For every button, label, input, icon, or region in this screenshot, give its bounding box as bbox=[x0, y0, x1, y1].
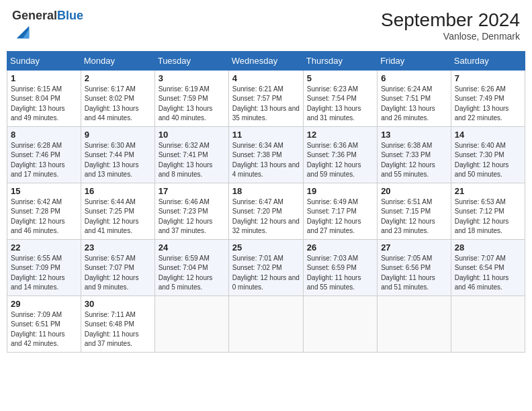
table-cell: 3Sunrise: 6:19 AMSunset: 7:59 PMDaylight… bbox=[154, 70, 228, 126]
table-cell: 25Sunrise: 7:01 AMSunset: 7:02 PMDayligh… bbox=[228, 239, 303, 295]
day-info: Sunrise: 6:21 AMSunset: 7:57 PMDaylight:… bbox=[232, 85, 300, 124]
table-cell: 7Sunrise: 6:26 AMSunset: 7:49 PMDaylight… bbox=[451, 70, 525, 126]
table-cell: 26Sunrise: 7:03 AMSunset: 6:59 PMDayligh… bbox=[303, 239, 377, 295]
day-number: 1 bbox=[11, 73, 77, 83]
logo: GeneralBlue bbox=[12, 9, 83, 44]
table-cell bbox=[378, 295, 451, 352]
table-cell: 1Sunrise: 6:15 AMSunset: 8:04 PMDaylight… bbox=[7, 70, 81, 126]
calendar-header-row: Sunday Monday Tuesday Wednesday Thursday… bbox=[7, 51, 525, 70]
day-number: 6 bbox=[381, 73, 447, 83]
day-info: Sunrise: 6:19 AMSunset: 7:59 PMDaylight:… bbox=[159, 85, 225, 124]
table-cell: 11Sunrise: 6:34 AMSunset: 7:38 PMDayligh… bbox=[228, 126, 303, 183]
table-cell bbox=[303, 295, 377, 352]
col-tuesday: Tuesday bbox=[154, 51, 228, 70]
table-cell: 22Sunrise: 6:55 AMSunset: 7:09 PMDayligh… bbox=[7, 239, 81, 295]
day-info: Sunrise: 7:05 AMSunset: 6:56 PMDaylight:… bbox=[381, 254, 447, 293]
table-cell: 18Sunrise: 6:47 AMSunset: 7:20 PMDayligh… bbox=[228, 183, 303, 239]
day-number: 20 bbox=[381, 186, 447, 196]
day-info: Sunrise: 6:42 AMSunset: 7:28 PMDaylight:… bbox=[11, 197, 77, 236]
day-number: 13 bbox=[381, 130, 447, 140]
day-info: Sunrise: 6:49 AMSunset: 7:17 PMDaylight:… bbox=[307, 197, 373, 236]
day-info: Sunrise: 6:36 AMSunset: 7:36 PMDaylight:… bbox=[307, 141, 373, 180]
day-info: Sunrise: 6:44 AMSunset: 7:25 PMDaylight:… bbox=[85, 197, 151, 236]
col-wednesday: Wednesday bbox=[228, 51, 303, 70]
day-number: 28 bbox=[455, 242, 521, 253]
day-number: 15 bbox=[11, 186, 77, 196]
table-cell: 9Sunrise: 6:30 AMSunset: 7:44 PMDaylight… bbox=[81, 126, 154, 183]
title-block: September 2024 Vanlose, Denmark bbox=[381, 9, 520, 42]
day-number: 18 bbox=[232, 186, 300, 196]
day-info: Sunrise: 6:30 AMSunset: 7:44 PMDaylight:… bbox=[85, 141, 151, 180]
day-number: 22 bbox=[11, 242, 77, 253]
table-cell: 21Sunrise: 6:53 AMSunset: 7:12 PMDayligh… bbox=[451, 183, 525, 239]
day-number: 5 bbox=[307, 73, 373, 83]
location: Vanlose, Denmark bbox=[381, 31, 520, 42]
col-thursday: Thursday bbox=[303, 51, 377, 70]
table-cell bbox=[451, 295, 525, 352]
day-info: Sunrise: 7:07 AMSunset: 6:54 PMDaylight:… bbox=[455, 254, 521, 293]
day-info: Sunrise: 6:24 AMSunset: 7:51 PMDaylight:… bbox=[381, 85, 447, 124]
day-number: 4 bbox=[232, 73, 300, 83]
table-cell: 4Sunrise: 6:21 AMSunset: 7:57 PMDaylight… bbox=[228, 70, 303, 126]
day-info: Sunrise: 7:01 AMSunset: 7:02 PMDaylight:… bbox=[232, 254, 300, 293]
day-number: 29 bbox=[11, 299, 77, 309]
table-cell: 20Sunrise: 6:51 AMSunset: 7:15 PMDayligh… bbox=[378, 183, 451, 239]
table-cell: 24Sunrise: 6:59 AMSunset: 7:04 PMDayligh… bbox=[154, 239, 228, 295]
col-saturday: Saturday bbox=[451, 51, 525, 70]
day-info: Sunrise: 6:55 AMSunset: 7:09 PMDaylight:… bbox=[11, 254, 77, 293]
table-cell: 6Sunrise: 6:24 AMSunset: 7:51 PMDaylight… bbox=[378, 70, 451, 126]
day-number: 17 bbox=[159, 186, 225, 196]
table-cell: 2Sunrise: 6:17 AMSunset: 8:02 PMDaylight… bbox=[81, 70, 154, 126]
day-number: 19 bbox=[307, 186, 373, 196]
day-info: Sunrise: 6:23 AMSunset: 7:54 PMDaylight:… bbox=[307, 85, 373, 124]
day-number: 10 bbox=[159, 130, 225, 140]
day-number: 2 bbox=[85, 73, 151, 83]
day-info: Sunrise: 6:53 AMSunset: 7:12 PMDaylight:… bbox=[455, 197, 521, 236]
table-cell: 16Sunrise: 6:44 AMSunset: 7:25 PMDayligh… bbox=[81, 183, 154, 239]
day-number: 30 bbox=[85, 299, 151, 309]
day-info: Sunrise: 6:32 AMSunset: 7:41 PMDaylight:… bbox=[159, 141, 225, 180]
table-cell: 29Sunrise: 7:09 AMSunset: 6:51 PMDayligh… bbox=[7, 295, 81, 352]
day-number: 12 bbox=[307, 130, 373, 140]
table-cell: 17Sunrise: 6:46 AMSunset: 7:23 PMDayligh… bbox=[154, 183, 228, 239]
day-info: Sunrise: 6:46 AMSunset: 7:23 PMDaylight:… bbox=[159, 197, 225, 236]
col-sunday: Sunday bbox=[7, 51, 81, 70]
day-number: 14 bbox=[455, 130, 521, 140]
logo-blue-text: Blue bbox=[57, 9, 83, 22]
table-cell: 28Sunrise: 7:07 AMSunset: 6:54 PMDayligh… bbox=[451, 239, 525, 295]
day-number: 26 bbox=[307, 242, 373, 253]
day-info: Sunrise: 7:03 AMSunset: 6:59 PMDaylight:… bbox=[307, 254, 373, 293]
day-number: 27 bbox=[381, 242, 447, 253]
day-number: 3 bbox=[159, 73, 225, 83]
day-info: Sunrise: 6:59 AMSunset: 7:04 PMDaylight:… bbox=[159, 254, 225, 293]
day-number: 8 bbox=[11, 130, 77, 140]
month-title: September 2024 bbox=[381, 9, 520, 31]
day-info: Sunrise: 6:34 AMSunset: 7:38 PMDaylight:… bbox=[232, 141, 300, 180]
day-info: Sunrise: 6:51 AMSunset: 7:15 PMDaylight:… bbox=[381, 197, 447, 236]
table-cell: 30Sunrise: 7:11 AMSunset: 6:48 PMDayligh… bbox=[81, 295, 154, 352]
day-info: Sunrise: 7:11 AMSunset: 6:48 PMDaylight:… bbox=[85, 310, 151, 349]
table-cell: 14Sunrise: 6:40 AMSunset: 7:30 PMDayligh… bbox=[451, 126, 525, 183]
day-info: Sunrise: 6:40 AMSunset: 7:30 PMDaylight:… bbox=[455, 141, 521, 180]
day-info: Sunrise: 6:28 AMSunset: 7:46 PMDaylight:… bbox=[11, 141, 77, 180]
day-info: Sunrise: 6:15 AMSunset: 8:04 PMDaylight:… bbox=[11, 85, 77, 124]
table-cell: 27Sunrise: 7:05 AMSunset: 6:56 PMDayligh… bbox=[378, 239, 451, 295]
day-number: 11 bbox=[232, 130, 300, 140]
table-cell: 15Sunrise: 6:42 AMSunset: 7:28 PMDayligh… bbox=[7, 183, 81, 239]
table-cell: 10Sunrise: 6:32 AMSunset: 7:41 PMDayligh… bbox=[154, 126, 228, 183]
table-cell: 5Sunrise: 6:23 AMSunset: 7:54 PMDaylight… bbox=[303, 70, 377, 126]
table-cell: 12Sunrise: 6:36 AMSunset: 7:36 PMDayligh… bbox=[303, 126, 377, 183]
logo-icon bbox=[13, 23, 32, 42]
day-number: 25 bbox=[232, 242, 300, 253]
day-info: Sunrise: 7:09 AMSunset: 6:51 PMDaylight:… bbox=[11, 310, 77, 349]
day-info: Sunrise: 6:47 AMSunset: 7:20 PMDaylight:… bbox=[232, 197, 300, 236]
day-number: 16 bbox=[85, 186, 151, 196]
day-info: Sunrise: 6:57 AMSunset: 7:07 PMDaylight:… bbox=[85, 254, 151, 293]
col-friday: Friday bbox=[378, 51, 451, 70]
day-number: 23 bbox=[85, 242, 151, 253]
col-monday: Monday bbox=[81, 51, 154, 70]
day-info: Sunrise: 6:17 AMSunset: 8:02 PMDaylight:… bbox=[85, 85, 151, 124]
page-header: GeneralBlue September 2024 Vanlose, Denm… bbox=[7, 7, 525, 47]
day-number: 9 bbox=[85, 130, 151, 140]
day-info: Sunrise: 6:26 AMSunset: 7:49 PMDaylight:… bbox=[455, 85, 521, 124]
